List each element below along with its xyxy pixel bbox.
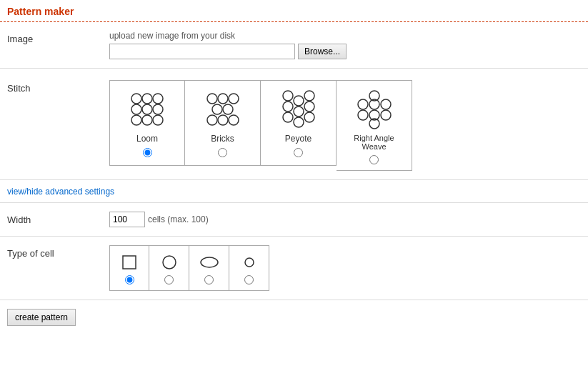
- page-title: Pattern maker: [0, 0, 588, 22]
- image-section: Image upload new image from your disk Br…: [0, 22, 588, 69]
- image-label: Image: [7, 31, 109, 44]
- cell-square-radio[interactable]: [125, 275, 134, 284]
- create-section: create pattern: [0, 300, 588, 335]
- svg-point-7: [142, 115, 152, 125]
- svg-point-14: [207, 115, 217, 125]
- svg-point-36: [201, 257, 218, 267]
- cell-type-content: [109, 245, 581, 291]
- svg-point-31: [381, 110, 391, 120]
- svg-point-37: [245, 258, 254, 267]
- svg-point-8: [153, 115, 163, 125]
- svg-point-19: [283, 112, 293, 122]
- svg-point-18: [283, 102, 293, 112]
- svg-point-16: [229, 115, 239, 125]
- svg-point-28: [381, 99, 391, 109]
- svg-point-13: [223, 104, 233, 114]
- file-path-input[interactable]: [109, 44, 295, 59]
- stitch-content: Loom: [109, 80, 581, 171]
- loom-icon: [122, 88, 172, 131]
- svg-point-27: [358, 99, 368, 109]
- file-input-row: Browse...: [109, 44, 581, 59]
- stitch-section: Stitch: [0, 69, 588, 180]
- cell-circle[interactable]: [149, 245, 189, 291]
- svg-point-0: [131, 94, 141, 104]
- svg-point-11: [229, 94, 239, 104]
- advanced-settings-link[interactable]: view/hide advanced settings: [7, 187, 114, 197]
- raw-icon: [349, 88, 399, 131]
- browse-button[interactable]: Browse...: [298, 44, 347, 59]
- width-section: Width cells (max. 100): [0, 203, 588, 237]
- svg-point-24: [304, 102, 314, 112]
- width-input[interactable]: [109, 212, 145, 227]
- svg-point-6: [131, 115, 141, 125]
- peyote-icon: [274, 88, 324, 131]
- svg-point-3: [131, 104, 141, 114]
- svg-point-21: [294, 107, 304, 117]
- cell-circle-icon: [159, 252, 179, 272]
- stitch-raw-radio[interactable]: [369, 155, 379, 164]
- svg-point-4: [142, 104, 152, 114]
- stitch-loom-label: Loom: [136, 134, 158, 144]
- cell-circle-radio[interactable]: [164, 275, 174, 284]
- stitch-raw[interactable]: Right Angle Weave: [337, 80, 412, 171]
- svg-point-10: [218, 94, 228, 104]
- svg-point-23: [304, 91, 314, 101]
- bricks-icon: [198, 88, 248, 131]
- svg-point-5: [153, 104, 163, 114]
- create-pattern-button[interactable]: create pattern: [7, 309, 76, 326]
- stitch-bricks-radio[interactable]: [218, 148, 227, 157]
- svg-point-1: [142, 94, 152, 104]
- cell-oval-icon: [199, 252, 219, 272]
- stitch-peyote-radio[interactable]: [294, 148, 303, 157]
- cell-small-circle-icon: [239, 252, 259, 272]
- cell-type-label: Type of cell: [7, 245, 109, 259]
- cell-square[interactable]: [109, 245, 149, 291]
- svg-point-2: [153, 94, 163, 104]
- cell-square-icon: [119, 252, 139, 272]
- cell-oval[interactable]: [189, 245, 229, 291]
- svg-point-25: [304, 112, 314, 122]
- stitch-loom-radio[interactable]: [143, 148, 152, 157]
- advanced-settings-section: view/hide advanced settings: [0, 180, 588, 203]
- width-label: Width: [7, 212, 109, 225]
- svg-rect-34: [123, 256, 136, 269]
- cell-type-section: Type of cell: [0, 237, 588, 300]
- cell-small-circle[interactable]: [229, 245, 269, 291]
- stitch-peyote-label: Peyote: [285, 134, 312, 144]
- stitch-options: Loom: [109, 80, 581, 171]
- upload-hint: upload new image from your disk: [109, 31, 581, 41]
- stitch-label: Stitch: [7, 80, 109, 94]
- svg-point-20: [294, 96, 304, 106]
- cell-oval-radio[interactable]: [204, 275, 214, 284]
- stitch-loom[interactable]: Loom: [109, 80, 185, 166]
- cell-options: [109, 245, 581, 291]
- stitch-bricks[interactable]: Bricks: [185, 80, 261, 166]
- cell-small-circle-radio[interactable]: [244, 275, 254, 284]
- svg-point-15: [218, 115, 228, 125]
- stitch-peyote[interactable]: Peyote: [261, 80, 337, 166]
- svg-point-12: [212, 104, 222, 114]
- image-content: upload new image from your disk Browse..…: [109, 31, 581, 59]
- svg-point-30: [358, 110, 368, 120]
- svg-point-17: [283, 91, 293, 101]
- svg-point-22: [294, 117, 304, 127]
- stitch-raw-label: Right Angle Weave: [341, 134, 407, 151]
- svg-point-35: [163, 256, 176, 269]
- width-hint: cells (max. 100): [148, 214, 209, 224]
- stitch-bricks-label: Bricks: [211, 134, 234, 144]
- svg-point-9: [207, 94, 217, 104]
- width-content: cells (max. 100): [109, 212, 581, 227]
